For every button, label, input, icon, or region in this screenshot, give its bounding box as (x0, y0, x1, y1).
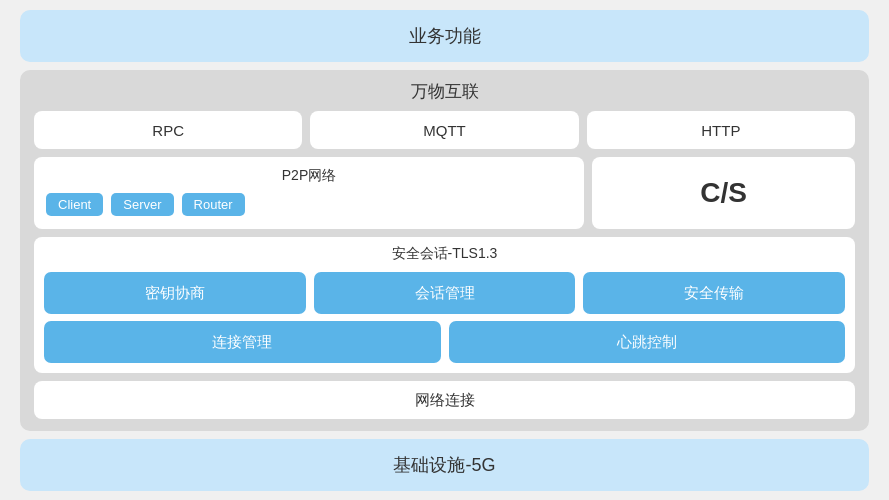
security-section: 安全会话-TLS1.3 密钥协商 会话管理 安全传输 连接管理 心跳控制 (34, 237, 855, 373)
protocol-rpc: RPC (34, 111, 302, 149)
tag-client: Client (46, 193, 103, 216)
protocol-row: RPC MQTT HTTP (34, 111, 855, 149)
bottom-layer-label: 基础设施-5G (393, 453, 495, 477)
network-box: 网络连接 (34, 381, 855, 419)
p2p-cs-row: P2P网络 Client Server Router C/S (34, 157, 855, 229)
security-btn-row1: 密钥协商 会话管理 安全传输 (44, 272, 845, 314)
p2p-title: P2P网络 (46, 167, 572, 185)
p2p-tags: Client Server Router (46, 193, 572, 216)
middle-layer-title: 万物互联 (34, 80, 855, 103)
btn-secure-transfer[interactable]: 安全传输 (583, 272, 845, 314)
btn-connection-management[interactable]: 连接管理 (44, 321, 441, 363)
security-btn-row2: 连接管理 心跳控制 (44, 321, 845, 363)
top-layer: 业务功能 (20, 10, 869, 62)
cs-box: C/S (592, 157, 855, 229)
security-title: 安全会话-TLS1.3 (44, 245, 845, 263)
bottom-layer: 基础设施-5G (20, 439, 869, 491)
protocol-http: HTTP (587, 111, 855, 149)
middle-layer: 万物互联 RPC MQTT HTTP P2P网络 Client Server R… (20, 70, 869, 431)
tag-router: Router (182, 193, 245, 216)
cs-label: C/S (700, 177, 747, 209)
network-label: 网络连接 (415, 391, 475, 410)
btn-key-negotiation[interactable]: 密钥协商 (44, 272, 306, 314)
p2p-box: P2P网络 Client Server Router (34, 157, 584, 229)
top-layer-label: 业务功能 (409, 24, 481, 48)
protocol-mqtt: MQTT (310, 111, 578, 149)
btn-heartbeat-control[interactable]: 心跳控制 (449, 321, 846, 363)
tag-server: Server (111, 193, 173, 216)
btn-session-management[interactable]: 会话管理 (314, 272, 576, 314)
